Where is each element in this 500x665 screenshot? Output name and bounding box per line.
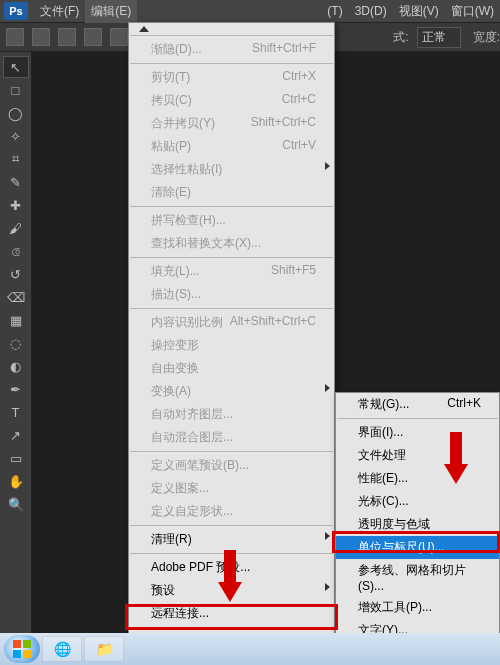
tool-wand[interactable]: ✧: [3, 125, 29, 147]
menu-auto-blend[interactable]: 自动混合图层...: [129, 426, 334, 449]
menu-view[interactable]: 视图(V): [393, 0, 445, 23]
tool-crop[interactable]: ⌗: [3, 148, 29, 170]
menubar: Ps 文件(F) 编辑(E) (T) 3D(D) 视图(V) 窗口(W): [0, 0, 500, 22]
tool-heal[interactable]: ✚: [3, 194, 29, 216]
taskbar: 🌐 📁: [0, 633, 500, 665]
tool-blur[interactable]: ◌: [3, 332, 29, 354]
tool-eraser[interactable]: ⌫: [3, 286, 29, 308]
menu-free[interactable]: 自由变换: [129, 357, 334, 380]
tool-type[interactable]: T: [3, 401, 29, 423]
opt-icon-4[interactable]: [110, 28, 128, 46]
menu-edit[interactable]: 编辑(E): [85, 0, 137, 23]
menu-cut[interactable]: 剪切(T)Ctrl+X: [129, 66, 334, 89]
tool-dodge[interactable]: ◐: [3, 355, 29, 377]
menu-fill[interactable]: 填充(L)...Shift+F5: [129, 260, 334, 283]
menu-transform[interactable]: 变换(A): [129, 380, 334, 403]
pref-cursors[interactable]: 光标(C)...: [336, 490, 499, 513]
tool-path[interactable]: ↗: [3, 424, 29, 446]
tool-preset-icon[interactable]: [6, 28, 24, 46]
menu-t[interactable]: (T): [321, 1, 348, 21]
svg-rect-5: [23, 650, 31, 658]
menu-content-scale[interactable]: 内容识别比例Alt+Shift+Ctrl+C: [129, 311, 334, 334]
pref-guides[interactable]: 参考线、网格和切片(S)...: [336, 559, 499, 596]
menu-paste[interactable]: 粘贴(P)Ctrl+V: [129, 135, 334, 158]
menu-puppet[interactable]: 操控变形: [129, 334, 334, 357]
tool-stamp[interactable]: ⟃: [3, 240, 29, 262]
tool-shape[interactable]: ▭: [3, 447, 29, 469]
pref-general[interactable]: 常规(G)...Ctrl+K: [336, 393, 499, 416]
menu-3d[interactable]: 3D(D): [349, 1, 393, 21]
menu-window[interactable]: 窗口(W): [445, 0, 500, 23]
opt-icon-3[interactable]: [84, 28, 102, 46]
tool-brush[interactable]: 🖌: [3, 217, 29, 239]
menu-clear[interactable]: 清除(E): [129, 181, 334, 204]
tool-history[interactable]: ↺: [3, 263, 29, 285]
tool-hand[interactable]: ✋: [3, 470, 29, 492]
menu-pattern[interactable]: 定义图案...: [129, 477, 334, 500]
mode-select[interactable]: 正常: [417, 27, 461, 48]
menu-fade[interactable]: 渐隐(D)...Shift+Ctrl+F: [129, 38, 334, 61]
menu-brush-preset[interactable]: 定义画笔预设(B)...: [129, 454, 334, 477]
menu-copy[interactable]: 拷贝(C)Ctrl+C: [129, 89, 334, 112]
svg-rect-2: [13, 640, 21, 648]
start-button[interactable]: [4, 635, 40, 663]
pref-plugins[interactable]: 增效工具(P)...: [336, 596, 499, 619]
annotation-arrow-1: [210, 548, 250, 604]
mode-label: 式:: [393, 29, 408, 46]
menu-find[interactable]: 查找和替换文本(X)...: [129, 232, 334, 255]
menu-paste-special[interactable]: 选择性粘贴(I): [129, 158, 334, 181]
menu-spell[interactable]: 拼写检查(H)...: [129, 209, 334, 232]
menu-auto-align[interactable]: 自动对齐图层...: [129, 403, 334, 426]
svg-rect-3: [23, 640, 31, 648]
tool-pen[interactable]: ✒: [3, 378, 29, 400]
scroll-up-icon[interactable]: [139, 26, 149, 32]
tools-panel: ↖ □ ◯ ✧ ⌗ ✎ ✚ 🖌 ⟃ ↺ ⌫ ▦ ◌ ◐ ✒ T ↗ ▭ ✋ 🔍: [0, 52, 32, 633]
tool-move[interactable]: ↖: [3, 56, 29, 78]
opt-icon-2[interactable]: [58, 28, 76, 46]
tool-zoom[interactable]: 🔍: [3, 493, 29, 515]
annotation-arrow-2: [436, 430, 476, 486]
svg-rect-0: [224, 550, 236, 584]
tool-gradient[interactable]: ▦: [3, 309, 29, 331]
taskbar-ie[interactable]: 🌐: [42, 636, 82, 662]
taskbar-explorer[interactable]: 📁: [84, 636, 124, 662]
menu-custom-shape[interactable]: 定义自定形状...: [129, 500, 334, 523]
menu-stroke[interactable]: 描边(S)...: [129, 283, 334, 306]
opt-icon-1[interactable]: [32, 28, 50, 46]
svg-rect-4: [13, 650, 21, 658]
tool-marquee[interactable]: □: [3, 79, 29, 101]
svg-rect-1: [450, 432, 462, 466]
menu-file[interactable]: 文件(F): [34, 0, 85, 23]
tool-lasso[interactable]: ◯: [3, 102, 29, 124]
menu-copy-merged[interactable]: 合并拷贝(Y)Shift+Ctrl+C: [129, 112, 334, 135]
width-label: 宽度:: [473, 29, 500, 46]
annotation-box-units: [332, 531, 500, 553]
annotation-box-prefs: [125, 604, 338, 630]
tool-eyedropper[interactable]: ✎: [3, 171, 29, 193]
app-logo: Ps: [4, 2, 28, 20]
